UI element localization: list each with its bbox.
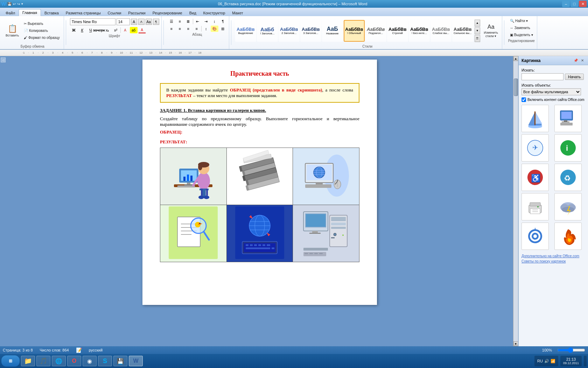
taskbar-app-skype[interactable]: S	[98, 356, 112, 366]
panel-pin-button[interactable]: 📌	[573, 58, 579, 63]
panel-close-button[interactable]: ✕	[580, 58, 585, 63]
styles-more-button[interactable]: ☰	[475, 35, 480, 42]
multilevel-button[interactable]: ≣	[184, 18, 192, 25]
search-tips-link[interactable]: Советы по поиску картинок	[522, 259, 585, 263]
line-spacing-button[interactable]: ↕	[202, 26, 210, 32]
additional-link[interactable]: Дополнительно на сайте Office.com	[522, 254, 585, 258]
style-item-title[interactable]: АаБ Название	[322, 20, 343, 42]
tab-constructor[interactable]: Конструктор	[200, 10, 229, 16]
subscript-button[interactable]: х₂	[104, 27, 111, 33]
zoom-slider[interactable]	[557, 347, 585, 353]
clip-item-sailboat[interactable]	[522, 105, 549, 132]
taskbar-app-opera[interactable]: O	[67, 356, 81, 366]
tab-references[interactable]: Ссылки	[104, 10, 125, 16]
clip-item-fire[interactable]	[554, 223, 582, 250]
copy-button[interactable]: 📄 Копировать	[22, 27, 62, 34]
minimize-button[interactable]: –	[562, 1, 570, 7]
shading-button[interactable]: 🎨	[211, 26, 218, 32]
tab-mailings[interactable]: Рассылки	[125, 10, 149, 16]
borders-button[interactable]: ⊞	[219, 26, 227, 32]
scroll-up-button[interactable]: ▲	[513, 56, 518, 61]
style-item-highlight[interactable]: АаБбВв Выделение	[235, 20, 256, 42]
quick-redo[interactable]: ↪	[17, 2, 20, 6]
scroll-down-button[interactable]: ▼	[513, 341, 518, 346]
font-name-input[interactable]	[70, 18, 115, 25]
include-office-checkbox[interactable]	[522, 97, 526, 102]
align-left-button[interactable]: ≡	[168, 26, 175, 32]
align-center-button[interactable]: ≡	[176, 26, 184, 32]
clip-item-target[interactable]	[522, 223, 549, 250]
style-item-heading2[interactable]: АаБбВв 2 Заголов...	[279, 20, 300, 42]
clip-item-info[interactable]: i	[554, 134, 582, 162]
style-item-heading1[interactable]: АаБб ! Заголов...	[257, 20, 278, 42]
increase-indent-button[interactable]: ⇥	[202, 18, 210, 25]
find-button[interactable]: 🔍 Найти ▾	[508, 18, 535, 24]
clip-item-printer[interactable]	[522, 193, 549, 220]
volume-icon[interactable]: 🔊	[544, 359, 549, 363]
clear-format-button[interactable]: Аа	[146, 19, 152, 25]
taskbar-app-ie[interactable]: 🌐	[52, 356, 66, 366]
style-item-strong[interactable]: АаБбВв Строгий	[387, 20, 408, 42]
style-item-strong2[interactable]: АаБбВв Сильное вы...	[452, 20, 473, 42]
align-right-button[interactable]: ≡	[184, 26, 192, 32]
decrease-indent-button[interactable]: ⇤	[194, 18, 202, 25]
scroll-track[interactable]	[513, 61, 518, 341]
numbering-button[interactable]: ≡	[176, 18, 184, 25]
styles-up-button[interactable]: ▲	[475, 20, 480, 27]
tab-review[interactable]: Рецензирование	[149, 10, 186, 16]
italic-button[interactable]: К	[78, 27, 86, 33]
tab-insert[interactable]: Вставка	[41, 10, 62, 16]
maximize-button[interactable]: □	[570, 1, 578, 7]
network-icon[interactable]: 📶	[551, 359, 555, 363]
quick-save[interactable]: 💾	[7, 2, 12, 6]
taskbar-app-explorer[interactable]: 📁	[21, 356, 35, 366]
search-start-button[interactable]: Начать	[565, 74, 584, 80]
strikethrough-button[interactable]: зачерк	[95, 27, 103, 33]
select-button[interactable]: ▣ Выделить ▾	[508, 32, 535, 38]
bullets-button[interactable]: ☰	[168, 18, 175, 25]
style-item-subtitle[interactable]: АаБбВв Подзагол...	[365, 20, 386, 42]
style-item-normal[interactable]: АаБбВв ! Обычный	[344, 20, 365, 42]
highlight-button[interactable]: аб	[130, 27, 138, 33]
styles-down-button[interactable]: ▼	[475, 27, 480, 34]
taskbar-app-save[interactable]: 💾	[113, 356, 127, 366]
document-scroll-area[interactable]: Практическая часть В каждом задании вы н…	[6, 56, 513, 346]
font-color-button[interactable]: А	[138, 27, 146, 33]
text-effects-button[interactable]: А	[121, 27, 129, 33]
font-size-input[interactable]	[117, 18, 130, 25]
close-button[interactable]: ✕	[579, 1, 587, 7]
bold-button[interactable]: Ж	[70, 27, 78, 33]
scroll-thumb[interactable]	[514, 79, 518, 96]
replace-button[interactable]: ↔ Заменить	[508, 25, 535, 31]
sort-button[interactable]: ↕	[211, 18, 218, 25]
clip-item-plane[interactable]: ✈	[522, 134, 549, 162]
taskbar-app-word[interactable]: W	[129, 356, 143, 366]
clip-item-recycle[interactable]: ♻	[554, 164, 582, 191]
clip-item-accessibility[interactable]: ♿	[522, 164, 549, 191]
clip-item-computer1[interactable]	[554, 105, 582, 132]
left-panel-button[interactable]: ◁	[1, 57, 6, 62]
superscript-button[interactable]: х²	[112, 27, 120, 33]
style-item-heading3[interactable]: АаБбВв 3 Заголов...	[300, 20, 321, 42]
search-input[interactable]	[522, 73, 564, 80]
cut-button[interactable]: ✂ Вырезать	[22, 20, 62, 27]
tab-layout2[interactable]: Макет	[229, 10, 246, 16]
tab-layout[interactable]: Разметка страницы	[62, 10, 104, 16]
shrink-font-button[interactable]: A	[138, 19, 145, 25]
show-marks-button[interactable]: ¶	[219, 18, 227, 25]
paste-button[interactable]: 📋 Вставить	[4, 21, 21, 41]
grow-font-button[interactable]: A	[131, 19, 137, 25]
style-item-nointerval[interactable]: АаБбВв ! Без инте...	[409, 20, 430, 42]
tab-view[interactable]: Вид	[186, 10, 200, 16]
clip-item-cloud[interactable]	[554, 193, 582, 220]
style-item-weak[interactable]: АаБбВв Слабое вы...	[430, 20, 451, 42]
format-painter-button[interactable]: 🖌 Формат по образцу	[22, 34, 62, 41]
taskbar-app-chrome[interactable]: ◉	[83, 356, 97, 366]
taskbar-app-media[interactable]: 🎵	[36, 356, 50, 366]
start-button[interactable]: ⊞	[1, 355, 20, 367]
vertical-scrollbar[interactable]: ▲ ▼	[513, 56, 518, 346]
show-desktop-button[interactable]	[584, 356, 587, 366]
case-button[interactable]: ¶	[153, 19, 159, 25]
quick-undo[interactable]: ↩	[13, 2, 16, 6]
tab-file[interactable]: Файл	[2, 10, 19, 16]
